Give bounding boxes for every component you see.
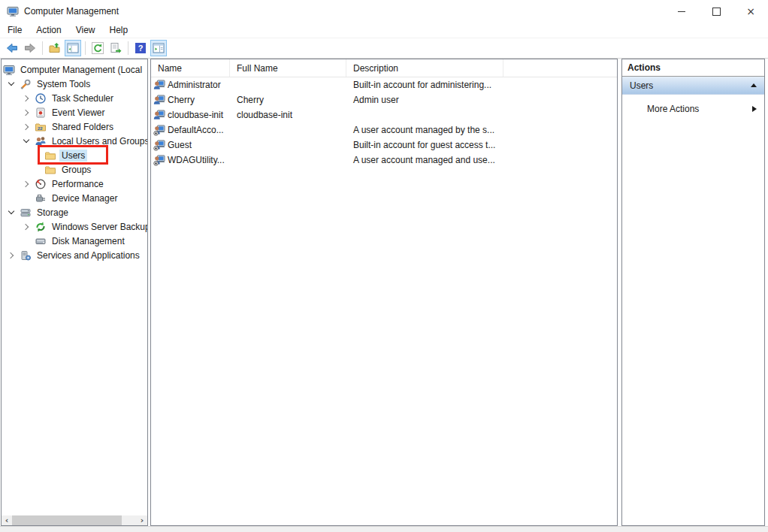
export-list-icon: [110, 42, 122, 54]
expander-collapsed-icon[interactable]: [18, 182, 35, 186]
chevron-right-icon: [8, 252, 14, 258]
close-button[interactable]: ×: [733, 0, 768, 23]
services-icon: [20, 249, 32, 261]
user-row-wdagutility[interactable]: WDAGUtility...A user account managed and…: [151, 153, 617, 168]
tree-item-performance[interactable]: Performance: [2, 177, 147, 191]
performance-icon: [35, 178, 47, 190]
show-action-pane-button[interactable]: [150, 40, 167, 56]
main-area: Computer Management (LocalSystem ToolsTa…: [0, 59, 768, 532]
tree-horizontal-scrollbar[interactable]: ‹ ›: [2, 515, 147, 525]
toolbar-separator: [85, 41, 86, 55]
minimize-button[interactable]: [664, 0, 699, 23]
tree-item-label: Task Scheduler: [50, 92, 116, 104]
menu-help[interactable]: Help: [110, 25, 129, 35]
window-controls: ×: [664, 0, 768, 23]
menu-bar: FileActionViewHelp: [0, 23, 768, 38]
tree-item-windows-server-backup[interactable]: Windows Server Backup: [2, 219, 147, 234]
expander-collapsed-icon[interactable]: [3, 253, 20, 258]
console-tree-icon: [67, 42, 79, 54]
tree-item-services-and-applications[interactable]: Services and Applications: [2, 248, 147, 262]
tree-item-label: System Tools: [35, 78, 92, 90]
tree-item-label: Shared Folders: [50, 121, 116, 133]
expander-collapsed-icon[interactable]: [18, 225, 35, 229]
scroll-left-icon[interactable]: ‹: [2, 515, 12, 525]
user-account-icon: [153, 109, 165, 121]
expander-expanded-icon[interactable]: [3, 211, 20, 213]
server-backup-icon: [35, 221, 47, 233]
menu-view[interactable]: View: [76, 25, 95, 35]
tree-item-shared-folders[interactable]: 22Shared Folders: [2, 119, 147, 134]
folder-icon: [44, 150, 56, 162]
tree-item-task-scheduler[interactable]: Task Scheduler: [2, 91, 147, 105]
more-actions-item[interactable]: More Actions: [622, 101, 764, 116]
user-name: Administrator: [168, 80, 221, 90]
menu-action[interactable]: Action: [36, 25, 61, 35]
tree-item-label: Local Users and Groups: [50, 135, 148, 147]
user-name: WDAGUtility...: [168, 155, 225, 165]
help-button[interactable]: ?: [132, 40, 149, 56]
actions-pane-title: Actions: [622, 59, 764, 77]
task-scheduler-icon: [35, 92, 47, 104]
action-pane-icon: [153, 42, 165, 54]
folder-icon: [44, 164, 56, 176]
svg-text:22: 22: [38, 125, 43, 130]
export-list-button[interactable]: [107, 40, 124, 56]
expander-collapsed-icon[interactable]: [18, 125, 35, 129]
user-description: A user account managed by the s...: [346, 125, 503, 135]
event-viewer-icon: [35, 107, 47, 119]
tree-item-system-tools[interactable]: System Tools: [2, 77, 147, 91]
expander-expanded-icon[interactable]: [18, 140, 35, 142]
user-name: Guest: [168, 140, 192, 150]
user-row-defaultacco[interactable]: DefaultAcco...A user account managed by …: [151, 122, 617, 138]
disk-management-icon: [35, 235, 47, 247]
user-row-cloudbase-init[interactable]: cloudbase-initcloudbase-init: [151, 107, 617, 122]
column-header-description[interactable]: Description: [346, 59, 503, 77]
title-bar: Computer Management ×: [0, 0, 768, 23]
user-description: Admin user: [346, 95, 503, 105]
tree-item-label: Windows Server Backup: [50, 221, 148, 233]
tree-item-local-users-and-groups[interactable]: Local Users and Groups: [2, 134, 147, 148]
scroll-right-icon[interactable]: ›: [137, 515, 147, 525]
user-row-administrator[interactable]: AdministratorBuilt-in account for admini…: [151, 77, 617, 92]
computer-icon: [7, 5, 19, 17]
menu-file[interactable]: File: [8, 25, 22, 35]
back-button[interactable]: [4, 40, 20, 56]
show-console-tree-button[interactable]: [65, 40, 81, 56]
tree-item-label: Storage: [35, 207, 71, 219]
actions-section-users[interactable]: Users: [622, 77, 764, 95]
chevron-right-icon: [23, 95, 29, 101]
column-header-name[interactable]: Name: [151, 59, 230, 77]
tree-item-disk-management[interactable]: Disk Management: [2, 234, 147, 248]
user-row-cherry[interactable]: CherryCherryAdmin user: [151, 92, 617, 107]
user-row-guest[interactable]: GuestBuilt-in account for guest access t…: [151, 138, 617, 153]
tree-item-storage[interactable]: Storage: [2, 205, 147, 219]
tree-item-label: Groups: [59, 164, 93, 176]
chevron-right-icon: [752, 106, 757, 112]
console-tree: Computer Management (LocalSystem ToolsTa…: [2, 59, 147, 262]
expander-collapsed-icon[interactable]: [18, 110, 35, 115]
tree-item-users[interactable]: Users: [2, 148, 147, 162]
column-header-filler: [503, 59, 617, 77]
user-name: Cherry: [168, 95, 195, 105]
maximize-button[interactable]: [699, 0, 733, 23]
tree-item-device-manager[interactable]: Device Manager: [2, 191, 147, 205]
tree-item-label: Event Viewer: [50, 107, 107, 119]
minimize-icon: [678, 11, 685, 12]
refresh-button[interactable]: [89, 40, 106, 56]
tree-item-computer-management-local[interactable]: Computer Management (Local: [2, 62, 147, 77]
user-list-pane: NameFull NameDescription AdministratorBu…: [150, 59, 618, 526]
chevron-up-icon[interactable]: [751, 83, 757, 87]
column-header-full-name[interactable]: Full Name: [230, 59, 346, 77]
arrow-left-icon: [6, 42, 18, 54]
forward-button[interactable]: [22, 40, 38, 56]
tree-item-event-viewer[interactable]: Event Viewer: [2, 105, 147, 119]
scrollbar-thumb[interactable]: [12, 515, 122, 525]
expander-collapsed-icon[interactable]: [18, 96, 35, 101]
user-full-name: Cherry: [230, 95, 346, 105]
chevron-down-icon: [23, 137, 29, 143]
close-icon: ×: [746, 6, 755, 17]
tree-item-groups[interactable]: Groups: [2, 162, 147, 177]
expander-expanded-icon[interactable]: [3, 83, 20, 85]
svg-text:?: ?: [138, 44, 144, 53]
up-level-button[interactable]: [47, 40, 63, 56]
